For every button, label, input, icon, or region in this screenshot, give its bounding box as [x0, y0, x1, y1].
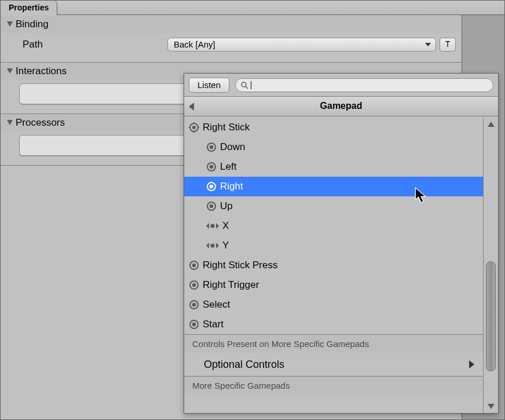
tree-item[interactable]: Up — [184, 196, 483, 216]
tree-item[interactable]: X — [184, 216, 483, 236]
tab-properties[interactable]: Properties — [1, 1, 57, 16]
radio-icon — [189, 300, 199, 310]
group-row-label: Optional Controls — [204, 359, 284, 371]
section-binding: Binding Path Back [Any] T — [1, 16, 462, 63]
svg-marker-21 — [206, 223, 209, 229]
tree-item[interactable]: Left — [184, 157, 483, 177]
svg-point-20 — [210, 204, 213, 208]
text-cursor — [251, 81, 251, 89]
tree-item[interactable]: Start — [184, 315, 483, 334]
tree-item[interactable]: Right Stick Press — [184, 255, 483, 275]
svg-marker-26 — [216, 243, 219, 249]
tree-item-label: Right Stick — [203, 122, 250, 133]
section-title: Binding — [16, 19, 49, 30]
scrollbar[interactable] — [483, 118, 498, 413]
tree-item-label: Y — [222, 240, 229, 251]
group-row[interactable]: Optional Controls — [184, 353, 483, 376]
tree-item[interactable]: Right Stick — [184, 118, 483, 137]
svg-point-34 — [192, 323, 196, 326]
svg-marker-35 — [469, 360, 474, 368]
popup-breadcrumb-bar: Gamepad — [184, 97, 498, 116]
group-header: Controls Present on More Specific Gamepa… — [184, 334, 483, 353]
radio-icon — [206, 181, 217, 192]
svg-point-14 — [210, 145, 213, 149]
tree-item-label: Right Stick Press — [203, 260, 277, 271]
group-header: More Specific Gamepads — [184, 376, 483, 395]
svg-marker-6 — [189, 103, 194, 111]
tree-item[interactable]: Y — [184, 236, 483, 255]
path-label: Path — [6, 39, 167, 50]
svg-point-22 — [211, 224, 215, 228]
tree-item-label: Up — [220, 200, 233, 212]
stick-icon — [189, 122, 199, 133]
tree-item-label: Left — [220, 161, 236, 173]
svg-point-18 — [210, 185, 213, 188]
tree-item-label: X — [222, 220, 229, 232]
axis-icon — [206, 222, 219, 230]
radio-icon — [206, 201, 217, 211]
tab-strip: Properties — [1, 1, 504, 15]
tree-item-label: Start — [203, 319, 224, 330]
foldout-icon — [6, 68, 13, 75]
popup-breadcrumb: Gamepad — [320, 101, 363, 111]
popup-toolbar: Listen — [184, 74, 498, 97]
tree-item[interactable]: Right — [184, 177, 483, 196]
tree-item-label: Right — [220, 181, 243, 192]
search-icon — [240, 81, 248, 89]
svg-marker-36 — [488, 122, 495, 127]
chevron-down-icon — [488, 403, 495, 409]
svg-point-28 — [192, 264, 196, 267]
properties-panel: Properties Binding Path Back [Any] T — [0, 0, 505, 420]
chevron-down-icon — [425, 42, 431, 48]
axis-icon — [206, 242, 219, 250]
svg-marker-0 — [7, 21, 13, 27]
tree-item-label: Select — [203, 299, 230, 311]
tree-item[interactable]: Select — [184, 295, 483, 315]
section-header-binding[interactable]: Binding — [1, 16, 462, 33]
search-input[interactable] — [235, 78, 493, 92]
popup-list[interactable]: Right StickDownLeftRightUpXYRight Stick … — [184, 118, 483, 413]
path-t-button[interactable]: T — [440, 38, 456, 52]
svg-point-16 — [210, 165, 213, 169]
scrollbar-down[interactable] — [484, 399, 498, 413]
tree-item[interactable]: Down — [184, 137, 483, 157]
tree-item[interactable]: Right Trigger — [184, 275, 483, 295]
svg-marker-24 — [206, 243, 209, 249]
section-title: Processors — [16, 117, 65, 129]
path-dropdown[interactable]: Back [Any] — [167, 38, 436, 52]
tree-item-label: Down — [220, 141, 245, 153]
svg-point-4 — [241, 82, 246, 87]
foldout-icon — [6, 119, 13, 126]
path-row: Path Back [Any] T — [6, 36, 456, 53]
chevron-up-icon — [488, 122, 495, 127]
chevron-right-icon — [469, 360, 475, 368]
svg-point-8 — [192, 126, 196, 129]
radio-icon — [206, 162, 217, 172]
foldout-icon — [6, 21, 13, 28]
section-title: Interactions — [16, 65, 67, 77]
svg-marker-37 — [488, 404, 495, 409]
scrollbar-thumb[interactable] — [486, 261, 496, 371]
radio-icon — [206, 142, 217, 152]
radio-icon — [189, 319, 199, 330]
svg-point-30 — [192, 283, 196, 287]
svg-line-5 — [246, 86, 248, 89]
path-value: Back [Any] — [174, 39, 215, 49]
radio-icon — [189, 260, 199, 271]
svg-marker-2 — [7, 68, 13, 74]
control-picker-popup: Listen Gamepad Right StickDownLeftRightU… — [184, 73, 499, 414]
svg-point-32 — [192, 303, 196, 306]
listen-button[interactable]: Listen — [189, 78, 229, 93]
svg-marker-23 — [216, 223, 219, 229]
scrollbar-up[interactable] — [484, 118, 498, 132]
tree-item-label: Right Trigger — [203, 279, 259, 291]
svg-marker-1 — [425, 43, 431, 46]
svg-point-25 — [211, 244, 215, 248]
back-icon[interactable] — [189, 103, 195, 111]
svg-marker-3 — [7, 120, 13, 125]
radio-icon — [189, 280, 199, 290]
